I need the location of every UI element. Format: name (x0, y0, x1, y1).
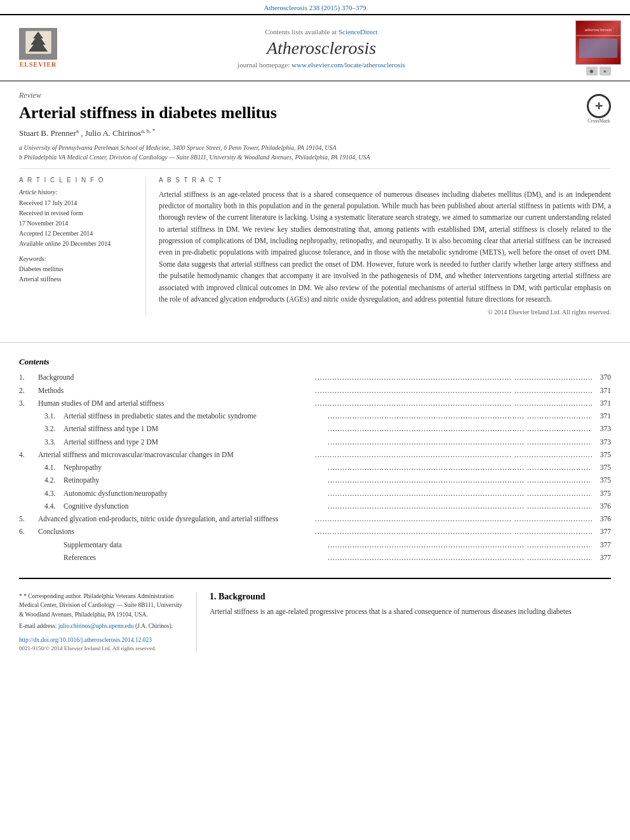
journal-citation: Atherosclerosis 238 (2015) 370–379 (0, 0, 630, 14)
contents-dots: ........................................… (328, 540, 592, 550)
contents-dots: ........................................… (315, 385, 592, 396)
contents-item-page: 371 (592, 411, 611, 422)
contents-dots: ........................................… (328, 552, 592, 563)
contents-item-page: 371 (592, 398, 611, 409)
contents-item-num: 4.1. (44, 462, 64, 473)
contents-item-title: Human studies of DM and arterial stiffne… (38, 398, 315, 409)
table-row: 4.2.Retinopathy ........................… (19, 475, 611, 486)
contents-item-page: 376 (592, 501, 611, 512)
sciencedirect-link[interactable]: ScienceDirect (338, 28, 378, 36)
background-heading: 1. Background (210, 592, 611, 602)
affiliation-b: b Philadelphia VA Medical Center, Divisi… (19, 152, 611, 162)
affiliation-a: a University of Pennsylvania Perelman Sc… (19, 143, 611, 152)
footer-divider (19, 578, 611, 579)
table-row: 4.4.Cognitive dysfunction ..............… (19, 501, 611, 512)
contents-item-num: 6. (19, 526, 38, 537)
table-row: 6.Conclusions ..........................… (19, 526, 611, 537)
keywords-section: Keywords: Diabetes mellitus Arterial sti… (19, 255, 136, 284)
divider-1 (0, 342, 630, 343)
history-label: Article history: (19, 189, 136, 196)
footnote-text: * * Corresponding author. Philadelphia V… (19, 592, 187, 619)
contents-dots: ........................................… (315, 398, 592, 409)
contents-item-page: 375 (592, 488, 611, 499)
email-line: E-mail address: julio.chirinos@uphs.upen… (19, 622, 187, 630)
elsevier-label: ELSEVIER (20, 61, 57, 68)
contents-item-title: Arterial stiffness in prediabetic states… (64, 411, 328, 422)
contents-item-num: 3.2. (44, 423, 64, 434)
table-row: 4.Arterial stiffness and microvascular/m… (19, 450, 611, 460)
main-content: ✛ CrossMark Review Arterial stiffness in… (0, 81, 630, 335)
accepted-date: Accepted 12 December 2014 (19, 229, 136, 239)
revised-label: Received in revised form (19, 208, 136, 218)
homepage-url[interactable]: www.elsevier.com/locate/atherosclerosis (292, 61, 405, 69)
contents-item-title: Advanced glycation end-products, nitric … (38, 514, 315, 524)
contents-item-num: 4. (19, 450, 38, 460)
contents-dots: ........................................… (328, 501, 592, 512)
author-1-name: Stuart B. Prenner (19, 129, 76, 138)
footnote-column: * * Corresponding author. Philadelphia V… (19, 592, 197, 651)
contents-item-page: 377 (592, 526, 611, 537)
contents-item-title: Background (38, 372, 315, 383)
abstract-column: A B S T R A C T Arterial stiffness is an… (159, 177, 611, 316)
contents-item-page: 375 (592, 462, 611, 473)
contents-available-line: Contents lists available at ScienceDirec… (76, 28, 566, 36)
received-date: Received 17 July 2014 (19, 198, 136, 208)
contents-item-title: Arterial stiffness and type 2 DM (64, 437, 328, 448)
contents-item-page: 377 (592, 540, 611, 550)
journal-homepage-line: journal homepage: www.elsevier.com/locat… (76, 61, 566, 69)
thumb-icons: ⊕ ≡ (586, 67, 611, 76)
table-row: 5.Advanced glycation end-products, nitri… (19, 514, 611, 524)
contents-dots: ........................................… (328, 423, 592, 434)
elsevier-logo: ELSEVIER (6, 28, 70, 68)
email-label: E-mail address: (19, 623, 57, 629)
contents-item-num: 2. (19, 385, 38, 396)
author-2-name: , Julio A. Chirinos (81, 129, 141, 138)
contents-table: 1.Background ...........................… (19, 372, 611, 563)
table-row: Supplementary data .....................… (19, 540, 611, 550)
background-section: 1. Background Arterial stiffness is an a… (210, 592, 611, 651)
contents-item-num: 5. (19, 514, 38, 524)
contents-item-num: 3.1. (44, 411, 64, 422)
contents-item-title: Arterial stiffness and microvascular/mac… (38, 450, 315, 460)
cover-image: atherosclerosis (575, 20, 621, 65)
contents-dots: ........................................… (315, 450, 592, 460)
table-row: 3.Human studies of DM and arterial stiff… (19, 398, 611, 409)
contents-heading: Contents (19, 357, 611, 367)
table-row: 3.3.Arterial stiffness and type 2 DM ...… (19, 437, 611, 448)
contents-dots: ........................................… (315, 514, 592, 524)
contents-dots: ........................................… (328, 411, 592, 422)
contents-item-title: Autonomic dysfunction/neuropathy (64, 488, 328, 499)
contents-section: Contents 1.Background ..................… (0, 350, 630, 571)
email-address[interactable]: julio.chirinos@uphs.upenn.edu (58, 623, 134, 629)
article-type: Review (19, 91, 611, 100)
citation-text: Atherosclerosis 238 (2015) 370–379 (264, 4, 366, 11)
article-info-column: A R T I C L E I N F O Article history: R… (19, 177, 146, 316)
contents-item-title: Cognitive dysfunction (64, 501, 328, 512)
contents-item-num: 3.3. (44, 437, 64, 448)
available-date: Available online 20 December 2014 (19, 239, 136, 249)
header-center: Contents lists available at ScienceDirec… (70, 28, 573, 69)
page: Atherosclerosis 238 (2015) 370–379 ELSEV… (0, 0, 630, 840)
doi-link[interactable]: http://dx.doi.org/10.1016/j.atherosclero… (19, 637, 187, 643)
keywords-label: Keywords: (19, 255, 136, 262)
contents-dots: ........................................… (328, 462, 592, 473)
table-row: 1.Background ...........................… (19, 372, 611, 383)
homepage-label: journal homepage: (238, 61, 290, 69)
contents-item-title: References (64, 552, 328, 563)
article-info-label: A R T I C L E I N F O (19, 177, 136, 183)
contents-item-page: 377 (592, 552, 611, 563)
table-row: 3.2.Arterial stiffness and type 1 DM ...… (19, 423, 611, 434)
contents-item-title: Methods (38, 385, 315, 396)
journal-thumbnail: atherosclerosis ⊕ ≡ (573, 20, 624, 76)
table-row: 3.1.Arterial stiffness in prediabetic st… (19, 411, 611, 422)
contents-item-num: 4.4. (44, 501, 64, 512)
contents-item-num: 4.2. (44, 475, 64, 486)
keyword-2: Arterial stiffness (19, 274, 136, 284)
contents-item-title: Arterial stiffness and type 1 DM (64, 423, 328, 434)
contents-item-page: 375 (592, 475, 611, 486)
contents-item-page: 376 (592, 514, 611, 524)
crossmark-logo: ✛ (587, 94, 611, 118)
abstract-label: A B S T R A C T (159, 177, 611, 183)
contents-item-title: Retinopathy (64, 475, 328, 486)
contents-item-page: 373 (592, 437, 611, 448)
